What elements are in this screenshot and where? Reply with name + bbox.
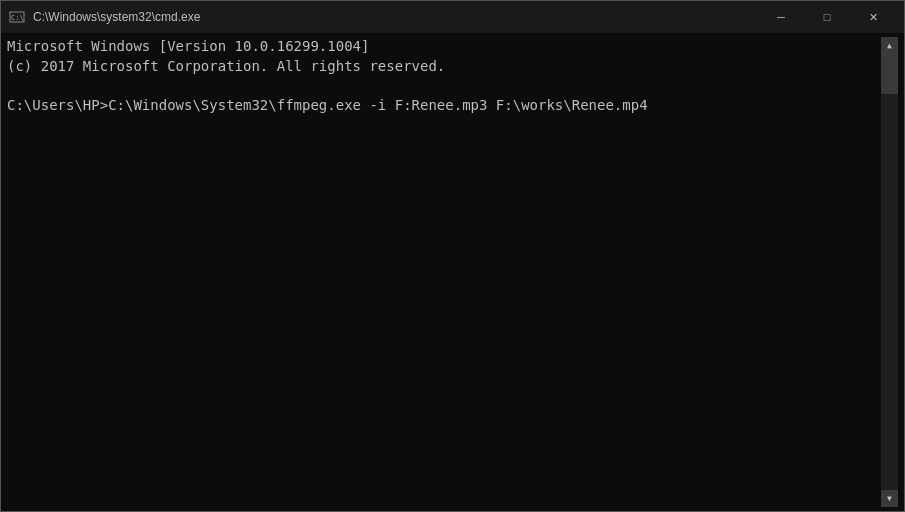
scroll-track[interactable] (881, 54, 898, 490)
close-button[interactable]: ✕ (850, 1, 896, 33)
maximize-button[interactable]: □ (804, 1, 850, 33)
console-output[interactable]: Microsoft Windows [Version 10.0.16299.10… (7, 37, 881, 507)
window-title: C:\Windows\system32\cmd.exe (33, 10, 758, 24)
console-line-4: C:\Users\HP>C:\Windows\System32\ffmpeg.e… (7, 97, 648, 113)
svg-text:C:\: C:\ (11, 14, 24, 22)
window-controls: ─ □ ✕ (758, 1, 896, 33)
title-bar: C:\ C:\Windows\system32\cmd.exe ─ □ ✕ (1, 1, 904, 33)
console-line-2: (c) 2017 Microsoft Corporation. All righ… (7, 58, 445, 74)
vertical-scrollbar[interactable]: ▲ ▼ (881, 37, 898, 507)
cmd-window: C:\ C:\Windows\system32\cmd.exe ─ □ ✕ Mi… (0, 0, 905, 512)
scroll-thumb[interactable] (881, 54, 898, 94)
minimize-button[interactable]: ─ (758, 1, 804, 33)
console-body: Microsoft Windows [Version 10.0.16299.10… (1, 33, 904, 511)
console-line-1: Microsoft Windows [Version 10.0.16299.10… (7, 38, 369, 54)
window-icon: C:\ (9, 9, 25, 25)
scroll-up-button[interactable]: ▲ (881, 37, 898, 54)
scroll-down-button[interactable]: ▼ (881, 490, 898, 507)
